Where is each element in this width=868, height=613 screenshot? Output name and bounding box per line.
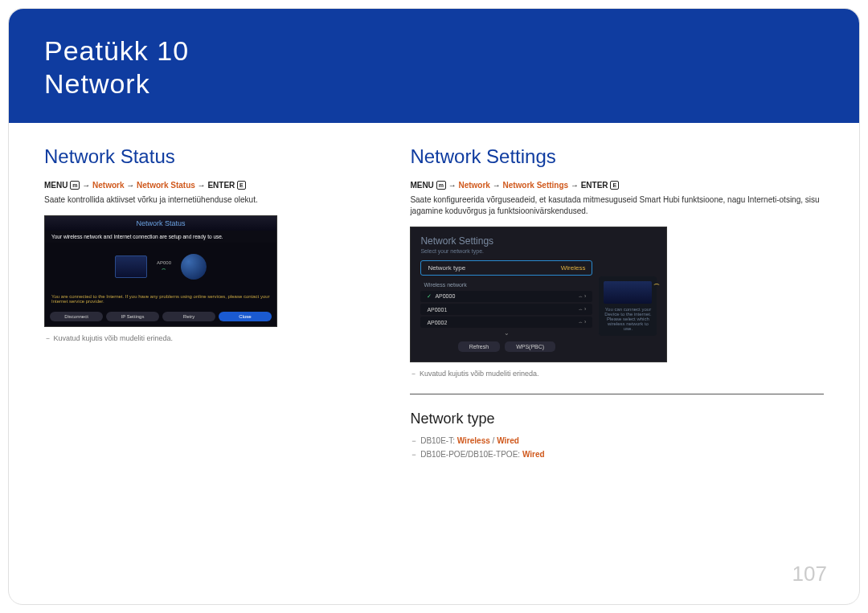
heading-network-type: Network type	[410, 411, 824, 427]
heading-network-status: Network Status	[44, 145, 371, 168]
network-type-selector[interactable]: Network type Wireless	[420, 260, 592, 276]
refresh-button[interactable]: Refresh	[458, 341, 501, 352]
opt-wired: Wired	[497, 436, 519, 445]
screenshot-side-panel: ⌢ You can connect your Device to the int…	[599, 276, 657, 336]
heading-network-settings: Network Settings	[410, 145, 824, 168]
settings-description: Saate konfigureerida võrguseadeid, et ka…	[410, 194, 824, 217]
side-note: You can connect your Device to the inter…	[604, 307, 652, 331]
chapter-label: Peatükk	[44, 35, 149, 66]
menu-icon: m	[70, 181, 80, 190]
chevron-down-icon[interactable]: ⌄	[420, 329, 592, 337]
screenshot-title: Network Status	[45, 216, 276, 231]
network-type-option-1: － DB10E-T: Wireless / Wired	[410, 435, 824, 447]
wps-button[interactable]: WPS(PBC)	[505, 341, 555, 352]
screenshot-title: Network Settings	[420, 235, 657, 247]
ip-settings-button[interactable]: IP Settings	[106, 312, 159, 321]
settings-caption: － Kuvatud kujutis võib mudeliti erineda.	[410, 369, 824, 379]
screenshot-diagram: AP000 ⌢	[45, 243, 276, 291]
ap-item[interactable]: ✓AP0000 ⌢ ›	[420, 291, 592, 302]
screenshot-subtitle: Select your network type.	[420, 248, 657, 254]
menu-label: MENU	[410, 181, 433, 190]
chevron-right-icon: ⌢ ›	[579, 319, 586, 325]
wifi-icon: ⌢	[653, 278, 660, 289]
ap-item[interactable]: AP0001 ⌢ ›	[420, 304, 592, 315]
retry-button[interactable]: Retry	[162, 312, 215, 321]
disconnect-button[interactable]: Disconnect	[50, 312, 103, 321]
chapter-title: Peatükk 10 Network	[44, 35, 824, 100]
opt-wired: Wired	[522, 450, 545, 459]
breadcrumb-path2: Network Status	[137, 181, 195, 190]
chapter-header: Peatükk 10 Network	[9, 9, 859, 123]
section-network-settings: Network Settings MENU m → Network → Netw…	[410, 145, 824, 464]
breadcrumb-status: MENU m → Network → Network Status → ENTE…	[44, 181, 371, 190]
screenshot-ready-msg: Your wireless network and Internet conne…	[45, 231, 276, 243]
ap-item[interactable]: AP0002 ⌢ ›	[420, 317, 592, 328]
wifi-icon: ⌢	[162, 265, 166, 273]
divider	[410, 394, 824, 394]
screenshot-buttons: Disconnect IP Settings Retry Close	[45, 307, 276, 326]
breadcrumb-path1: Network	[458, 181, 489, 190]
chevron-right-icon: ⌢ ›	[579, 306, 586, 313]
screenshot-network-status: Network Status Your wireless network and…	[44, 215, 277, 327]
screenshot-network-settings: Network Settings Select your network typ…	[410, 227, 667, 362]
network-type-value: Wireless	[561, 264, 586, 272]
chapter-number: 10	[157, 35, 189, 66]
breadcrumb-path1: Network	[92, 181, 124, 190]
ap-name: AP0000	[435, 293, 455, 299]
screenshot-footnote: You are connected to the Internet. If yo…	[45, 291, 276, 307]
check-icon: ✓	[427, 293, 432, 299]
enter-icon: E	[237, 181, 246, 190]
enter-icon: E	[610, 181, 619, 190]
globe-icon	[181, 254, 207, 280]
opt-separator: /	[490, 436, 497, 445]
tv-icon	[115, 255, 147, 278]
model-label: － DB10E-T:	[410, 436, 457, 445]
breadcrumb-settings: MENU m → Network → Network Settings → EN…	[410, 181, 824, 190]
opt-wireless: Wireless	[457, 436, 490, 445]
network-type-label: Network type	[428, 264, 465, 272]
close-button[interactable]: Close	[219, 312, 272, 321]
wireless-list-label: Wireless network	[420, 280, 592, 289]
chevron-right-icon: ⌢ ›	[579, 293, 586, 300]
menu-label: MENU	[44, 181, 68, 190]
chapter-name: Network	[44, 68, 150, 99]
enter-label: ENTER	[581, 181, 608, 190]
enter-label: ENTER	[207, 181, 235, 190]
ap-name: AP0001	[427, 307, 447, 313]
page-number: 107	[792, 562, 827, 586]
status-description: Saate kontrollida aktiivset võrku ja int…	[44, 194, 371, 206]
ap-name: AP0002	[427, 320, 447, 325]
section-network-status: Network Status MENU m → Network → Networ…	[44, 145, 371, 464]
status-caption: － Kuvatud kujutis võib mudeliti erineda.	[44, 333, 371, 344]
network-type-option-2: － DB10E-POE/DB10E-TPOE: Wired	[410, 449, 824, 460]
menu-icon: m	[436, 181, 446, 190]
router-icon: ⌢	[604, 281, 652, 304]
model-label: － DB10E-POE/DB10E-TPOE:	[410, 450, 522, 459]
breadcrumb-path2: Network Settings	[502, 181, 568, 190]
